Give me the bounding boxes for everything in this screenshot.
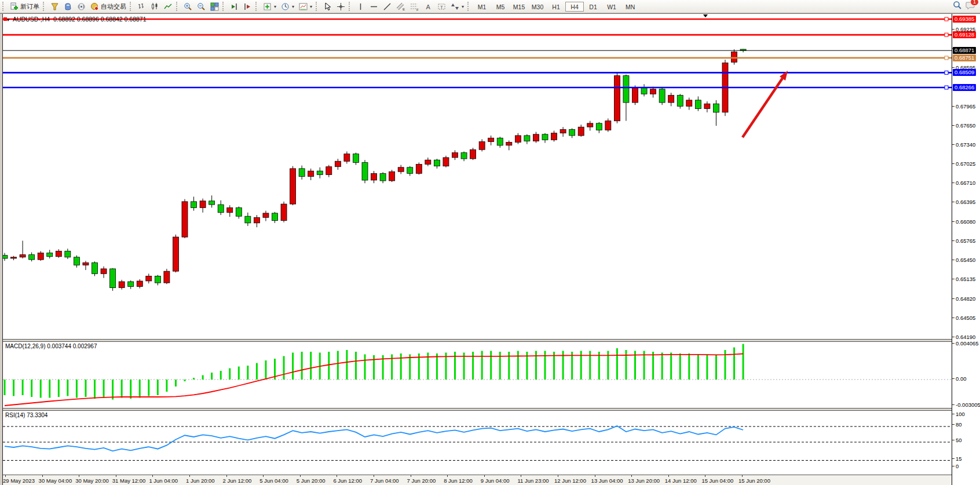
funnel-button[interactable]	[48, 1, 61, 12]
candle-body	[47, 253, 53, 257]
timeframe-h1[interactable]: H1	[547, 2, 565, 12]
crosshair-tool-button[interactable]	[334, 1, 348, 12]
candle-body	[470, 149, 476, 159]
notification-badge: 1	[970, 0, 979, 6]
time-tick	[116, 475, 116, 477]
tile-windows-icon	[210, 2, 219, 11]
text-label-tool[interactable]: T	[435, 1, 448, 12]
candle-body	[407, 167, 413, 174]
zoom-out-button[interactable]	[195, 1, 208, 12]
signal-button[interactable]	[75, 1, 88, 12]
candle-body	[164, 271, 170, 283]
timeframe-mn[interactable]: MN	[621, 2, 639, 12]
time-label: 30 May 20:00	[75, 477, 109, 484]
toolbar-grip[interactable]	[349, 2, 352, 11]
candle-body	[506, 143, 512, 145]
time-label: 6 Jun 12:00	[333, 477, 362, 484]
fibonacci-tool[interactable]: F	[408, 1, 422, 12]
price-axis[interactable]: 0.692250.689100.685950.679650.676500.673…	[952, 14, 980, 485]
timeframe-h4[interactable]: H4	[565, 2, 584, 12]
timeframe-d1[interactable]: D1	[584, 2, 602, 12]
candle-body	[191, 202, 197, 208]
rsi-chart	[3, 411, 952, 475]
templates-button[interactable]: ▾	[297, 1, 315, 12]
candle-body	[146, 276, 152, 281]
editor-button[interactable]	[61, 1, 75, 12]
vertical-line-icon	[356, 2, 365, 11]
vertical-line-tool[interactable]	[354, 1, 367, 12]
axis-tick-label: 0.64190	[956, 334, 975, 340]
toolbar-grip[interactable]	[2, 2, 6, 11]
horizontal-line-tool[interactable]	[367, 1, 381, 12]
new-order-button[interactable]: 新订单	[8, 1, 42, 12]
candle-body	[461, 153, 467, 159]
axis-tick-label: 0.00	[956, 375, 967, 382]
time-tick	[447, 475, 448, 477]
time-tick	[79, 475, 79, 477]
candle-body	[650, 89, 656, 94]
autotrading-button[interactable]: 自动交易	[88, 1, 129, 12]
candle-body	[416, 165, 422, 174]
candle-body	[704, 104, 710, 108]
timeframe-w1[interactable]: W1	[602, 2, 621, 12]
macd-panel[interactable]: MACD(12,26,9) 0.003744 0.002967	[3, 342, 952, 408]
axis-tick-label	[952, 318, 955, 318]
bar-chart-button[interactable]	[135, 1, 148, 12]
channel-tool[interactable]: E	[394, 1, 408, 12]
timeframe-m1[interactable]: M1	[473, 2, 491, 12]
time-tick	[595, 475, 595, 477]
time-axis[interactable]: 29 May 202330 May 04:0030 May 20:0031 Ma…	[3, 475, 952, 485]
chart-column: ▼AUDUSD-,H4 0.68892 0.68896 0.68842 0.68…	[3, 14, 952, 485]
time-tick	[263, 475, 264, 477]
periods-button[interactable]: ▾	[279, 1, 297, 12]
svg-text:F: F	[416, 8, 419, 11]
chat-button[interactable]: 1	[966, 1, 975, 12]
chart-shift-icon	[243, 2, 252, 11]
toolbar-grip[interactable]	[130, 2, 133, 11]
chart-scroll-marker	[703, 14, 708, 17]
indicators-button[interactable]: ▾	[261, 1, 279, 12]
toolbar-grip[interactable]	[316, 2, 319, 11]
axis-tick-label	[952, 125, 955, 126]
toolbar-grip[interactable]	[255, 2, 259, 11]
new-order-icon	[10, 2, 19, 11]
chart-shift-button[interactable]	[241, 1, 254, 12]
candle-body	[551, 133, 557, 140]
toolbar-grip[interactable]	[467, 2, 471, 11]
toolbar-grip[interactable]	[176, 2, 180, 11]
rsi-panel[interactable]: RSI(14) 73.3304	[3, 411, 952, 475]
candle-body	[128, 282, 134, 286]
candle-body	[29, 255, 35, 260]
price-panel[interactable]: ▼AUDUSD-,H4 0.68892 0.68896 0.68842 0.68…	[3, 14, 952, 339]
toolbar-grip[interactable]	[43, 2, 46, 11]
funnel-icon	[50, 2, 59, 11]
candlestick-chart-button[interactable]	[148, 1, 162, 12]
candle-body	[605, 121, 611, 130]
timeframe-m15[interactable]: M15	[510, 2, 528, 12]
candle-body	[362, 162, 368, 180]
rsi-line	[5, 426, 743, 451]
price-chart[interactable]	[3, 14, 952, 339]
axis-tick-label	[952, 458, 955, 459]
toolbar-grip[interactable]	[222, 2, 226, 11]
zoom-in-button[interactable]	[181, 1, 195, 12]
timeframe-m30[interactable]: M30	[528, 2, 547, 12]
text-label-icon: T	[437, 2, 446, 11]
candle-body	[74, 257, 79, 265]
axis-tick-label	[952, 279, 955, 279]
auto-scroll-button[interactable]	[228, 1, 241, 12]
cursor-tool-button[interactable]	[321, 1, 334, 12]
time-tick	[337, 475, 337, 477]
candle-body	[11, 257, 17, 258]
symbol-dropdown-icon[interactable]: ▼	[6, 17, 10, 23]
text-tool[interactable]: A	[422, 1, 435, 12]
arrows-tool[interactable]: ▾	[448, 1, 466, 12]
axis-tick-label	[952, 414, 955, 414]
trendline-tool[interactable]	[381, 1, 394, 12]
line-chart-button[interactable]	[162, 1, 175, 12]
candle-body	[200, 201, 206, 208]
timeframe-m5[interactable]: M5	[491, 2, 510, 12]
zoom-in-icon	[184, 2, 192, 11]
search-icon[interactable]	[953, 1, 962, 12]
tile-windows-button[interactable]	[208, 1, 221, 12]
